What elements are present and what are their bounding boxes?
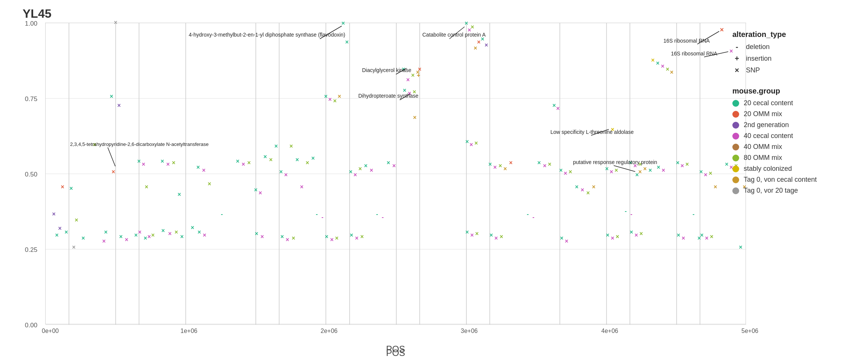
legend: alteration_type - deletion + insertion ×…	[732, 30, 860, 198]
label-20-cecal: 20 cecal content	[744, 99, 793, 107]
legend-2nd-gen: 2nd generation	[732, 121, 860, 129]
dot: ×	[306, 160, 309, 166]
dot: ×	[58, 225, 61, 232]
dot: ×	[387, 160, 390, 166]
dot: ×	[680, 163, 684, 169]
dot: ×	[494, 235, 498, 241]
dot: ×	[311, 155, 315, 161]
x-tick-0: 0e+00	[42, 328, 59, 334]
dot: ×	[493, 164, 497, 170]
dot: ×	[564, 170, 567, 176]
dot: ×	[705, 235, 708, 241]
dot: ×	[639, 230, 643, 237]
dot: ×	[592, 184, 595, 190]
x-tick-5e6: 5e+06	[741, 328, 758, 334]
dot: ×	[255, 230, 258, 237]
dot: -	[321, 214, 323, 220]
dot: -	[376, 211, 378, 217]
chart-container: YL45 POS	[0, 0, 868, 362]
dot: ×	[338, 93, 341, 100]
y-tick-025: 0.25	[25, 246, 37, 254]
x-tick-3e6: 3e+06	[461, 328, 478, 334]
legend-tag0-20tage: Tag 0, vor 20 tage	[732, 187, 860, 195]
dot-16s-1: ×	[720, 26, 724, 34]
dot: ×	[174, 229, 178, 235]
deletion-label: deletion	[746, 43, 770, 51]
dot: ×	[166, 161, 170, 167]
dot: -	[692, 211, 694, 217]
dot: ×	[676, 160, 679, 166]
dot: +	[417, 72, 420, 78]
dot: ×	[324, 93, 327, 100]
dot: ×	[114, 19, 117, 26]
dot: ×	[611, 235, 614, 241]
annotation-16s-1: 16S ribosomal RNA	[663, 38, 710, 44]
dot: ×	[586, 190, 590, 196]
dot: ×	[614, 167, 618, 173]
dot: ×	[335, 235, 338, 241]
dot-tag0-cecal	[732, 176, 739, 183]
annotation-catabolite: Catabolite control protein A	[422, 32, 486, 38]
dot: ×	[682, 235, 685, 241]
dot: ×	[581, 187, 584, 193]
legend-20-omm: 20 OMM mix	[732, 110, 860, 118]
dot: -	[625, 208, 627, 214]
annotation-threonine: Low specificity L-threonine aldolase	[550, 129, 634, 135]
dot: ×	[657, 164, 660, 170]
dot: ×	[161, 227, 165, 234]
dot-tag0-20tage	[732, 187, 739, 194]
dot: ×	[325, 233, 328, 240]
snp-symbol: ×	[732, 66, 741, 75]
dot: -	[221, 211, 223, 217]
dot: ×	[634, 232, 638, 238]
dot: ×	[509, 160, 512, 166]
label-tag0-20tage: Tag 0, vor 20 tage	[744, 187, 798, 195]
chart-title: YL45	[23, 7, 51, 21]
legend-80-omm: 80 OMM mix	[732, 154, 860, 162]
dot: ×	[465, 138, 469, 145]
dot: ×	[560, 235, 563, 241]
legend-snp: × SNP	[732, 66, 860, 75]
dot: ×	[470, 232, 474, 238]
dot: ×	[616, 233, 619, 240]
dot-20-cecal	[732, 100, 739, 107]
dot: ×	[465, 20, 468, 26]
y-tick-075: 0.75	[25, 95, 37, 103]
dot: ×	[202, 167, 205, 173]
dot: ×	[610, 169, 613, 175]
dot: ×	[117, 102, 121, 109]
dot: ×	[643, 166, 646, 172]
dot: ×	[635, 172, 639, 178]
dot: ×	[330, 236, 333, 243]
label-40-cecal: 40 cecal content	[744, 132, 793, 140]
dot: ×	[263, 153, 267, 160]
dot: ×	[477, 39, 480, 45]
dot: ×	[289, 143, 293, 149]
dot: ×	[656, 60, 659, 66]
legend-tag0-cecal: Tag 0, von cecal content	[732, 176, 860, 184]
plot-area: × × × × × × × × × × × × × × × ×	[45, 23, 746, 324]
dot: ×	[110, 93, 113, 100]
dot: ×	[714, 184, 717, 190]
label-80-omm: 80 OMM mix	[744, 154, 782, 162]
dot: ×	[537, 160, 541, 166]
label-stably: stably colonized	[744, 165, 792, 173]
dot: ×	[295, 156, 299, 163]
dot: -	[382, 214, 384, 220]
snp-label: SNP	[746, 66, 760, 74]
dot: ×	[196, 164, 200, 170]
dot-20-omm	[732, 111, 739, 118]
legend-40-cecal: 40 cecal content	[732, 132, 860, 140]
dot: ×	[739, 244, 742, 250]
dot: ×	[651, 57, 654, 63]
dot: ×	[411, 72, 414, 78]
dot: ×	[119, 233, 122, 240]
dot: ×	[197, 229, 201, 235]
dot-40-cecal	[732, 133, 739, 140]
dot: ×	[102, 238, 105, 244]
dot: ×	[556, 105, 559, 112]
dot: ×	[81, 235, 85, 241]
dot-80-omm	[732, 155, 739, 161]
dot: ×	[666, 66, 669, 72]
dot: ×	[358, 166, 362, 172]
